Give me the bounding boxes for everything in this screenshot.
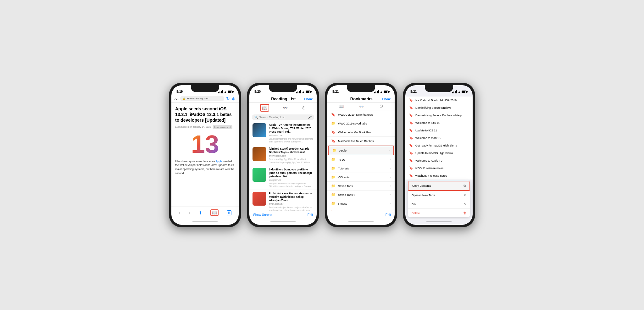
bookmark-icon: 🔖 [409,121,413,125]
bookmarks-button[interactable]: 📖 [210,209,219,216]
rl-item-title-3: Sklonište u Dumovcu preklinje ljude da b… [269,168,314,178]
tab-bookmarks[interactable]: 📖 [260,104,269,112]
bookmark-name: WWC 2019 saved tabs [338,122,387,125]
download-icon[interactable]: ⊕ [232,96,236,101]
bookmark-item[interactable]: 🔖 Welcome to MacBook Pro [327,128,395,137]
bookmark-item[interactable]: 📁 iOS tools › [327,173,395,182]
battery-1 [228,91,234,93]
tab-bk-history[interactable]: ⏱ [379,104,383,109]
bookmark-item[interactable]: 🔖 WWDC 2019: New features [327,110,395,119]
folder-icon: 📁 [331,175,336,179]
tab-reading[interactable]: 👓 [283,106,288,110]
article-body: It has been quite some time since Apple … [175,159,235,175]
edit-label: Edit [412,203,461,206]
leave-comment-badge[interactable]: Leave a comment [213,125,232,129]
open-new-tabs-label: Open in New Tabs [412,194,462,197]
url-bar[interactable]: 🔒 idownloadblog.com [180,96,224,101]
copy-contents-label: Copy Contents [412,184,461,187]
bookmark-icon: 🔖 [409,98,413,102]
search-bar[interactable]: 🔍 Search Reading List 🎤 [252,114,314,120]
context-list: 🔖 Iva Krstic at Black Hat USA 2016 🔖 Dem… [405,95,473,180]
chevron-icon: › [390,176,391,179]
context-item[interactable]: 🔖 Demistifying Secure Enclave [405,104,473,111]
rl-item-title-4: Probiotici - sve što morate znati o moćn… [269,192,314,202]
bookmark-name: Welcome to MacBook Pro [338,131,391,134]
bookmark-item[interactable]: 📁 WWC 2019 saved tabs › [327,119,395,128]
bookmark-icon: 🔖 [409,151,413,155]
rl-item-desc-3: Akcijom 'Bacite keksić mjesto petarde' S… [269,182,314,188]
new-tab-icon: ⧉ [464,193,466,197]
context-item[interactable]: 🔖 Update to iOS 11 [405,127,473,134]
context-item[interactable]: 🔖 watchOS 4 release notes [405,172,473,179]
forward-button[interactable]: › [189,209,191,216]
folder-icon: 📁 [331,193,336,197]
wifi-icon-2: ▲ [302,90,305,93]
edit-button-rl[interactable]: Edit [308,213,313,217]
article-content: Apple seeds second iOS 13.3.1, iPadOS 13… [171,103,239,207]
wifi-icon-3: ▲ [380,90,383,93]
edit-button-bk[interactable]: Edit [386,213,391,217]
bookmarks-done[interactable]: Done [382,97,391,101]
context-item[interactable]: 🔖 Welcome to Apple TV [405,157,473,164]
home-indicator-3 [327,219,395,225]
bookmark-item[interactable]: 📁 Saved Tabs › [327,182,395,191]
bookmark-item[interactable]: 🔖 Knight Lab [327,208,395,211]
reading-list-done[interactable]: Done [304,97,313,101]
rl-item-desc-1: Leading streamers and networks will prom… [269,137,314,143]
show-unread-button[interactable]: Show Unread [253,213,272,217]
home-indicator-4 [405,219,473,225]
chevron-icon: › [390,167,391,170]
context-item[interactable]: 🔖 tvOS 11 release notes [405,164,473,172]
reading-list-header: Reading List Done [249,95,317,103]
chevron-icon: › [389,149,390,152]
list-item[interactable]: Apple TV+ Among the Streamers to Watch D… [249,121,317,145]
list-item[interactable]: (Limited Stock) Wooden Cat Hit Gophers T… [249,145,317,166]
rl-item-desc-4: Pravilna funkcija crijevne barijere tako… [269,206,314,211]
apple-link[interactable]: Apple [216,160,223,163]
bookmark-item[interactable]: 📁 Tutorials › [327,164,395,173]
bookmark-name: Saved Tabs [338,185,387,188]
reading-list-items: Apple TV+ Among the Streamers to Watch D… [249,121,317,211]
back-button[interactable]: ‹ [179,209,180,216]
apple-folder-item[interactable]: 📁 Apple › [328,146,394,155]
context-item[interactable]: 🔖 Demystifying Secure Enclave white p… [405,112,473,119]
context-item[interactable]: 🔖 Get ready for macOS High Sierra [405,142,473,149]
bookmark-item[interactable]: 📁 Fitness › [327,199,395,208]
rl-item-domain-3: telegram.hr [269,179,314,181]
reading-list-footer: Show Unread Edit [249,211,317,219]
tab-bk-bookmarks[interactable]: 📖 [339,104,344,109]
copy-contents-button[interactable]: Copy Contents ⧉ [408,181,470,191]
bookmark-icon: 🔖 [409,174,413,177]
notch-1 [191,85,219,92]
bookmark-name: Tutorials [338,167,387,170]
phone-1: 8:19 ▲ AA [169,83,241,227]
edit-button-ctx[interactable]: Edit ✎ [408,200,470,209]
bookmark-icon: 🔖 [409,106,413,109]
notch-3 [347,85,375,92]
context-item[interactable]: 🔖 Welcome to macOS [405,134,473,141]
context-item[interactable]: 🔖 Iva Krstic at Black Hat USA 2016 [405,97,473,104]
tab-bk-reading[interactable]: 👓 [359,104,364,109]
bookmark-item[interactable]: 📁 To Do › [327,155,395,164]
list-item[interactable]: Probiotici - sve što morate znati o moćn… [249,190,317,211]
tab-history[interactable]: ⏱ [302,106,306,110]
folder-icon: 📁 [331,184,336,188]
open-new-tabs-button[interactable]: Open in New Tabs ⧉ [408,191,470,200]
context-item[interactable]: 🔖 Welcome to iOS 11 [405,119,473,126]
context-item[interactable]: 🔖 Update to macOS High Sierra [405,149,473,157]
aa-button[interactable]: AA [175,97,178,100]
bookmark-item[interactable]: 📁 Saved Tabs 2 › [327,191,395,199]
ctx-item-text: Demistifying Secure Enclave [415,106,469,109]
refresh-icon[interactable]: ↻ [226,96,230,101]
battery-4 [462,91,468,93]
bookmark-item[interactable]: 🔖 MacBook Pro Touch Bar tips [327,137,395,146]
share-button[interactable]: ⬆ [198,210,202,215]
list-item[interactable]: Sklonište u Dumovcu preklinje ljude da b… [249,166,317,190]
tabs-button[interactable]: ⧉ [227,210,231,215]
delete-button[interactable]: Delete 🗑 [408,209,470,217]
signal-3 [374,90,379,93]
ctx-item-text: Update to iOS 11 [415,129,469,132]
battery-2 [306,91,312,93]
folder-icon: 📁 [331,166,336,170]
context-menu-bg: 🔖 Iva Krstic at Black Hat USA 2016 🔖 Dem… [405,95,473,219]
